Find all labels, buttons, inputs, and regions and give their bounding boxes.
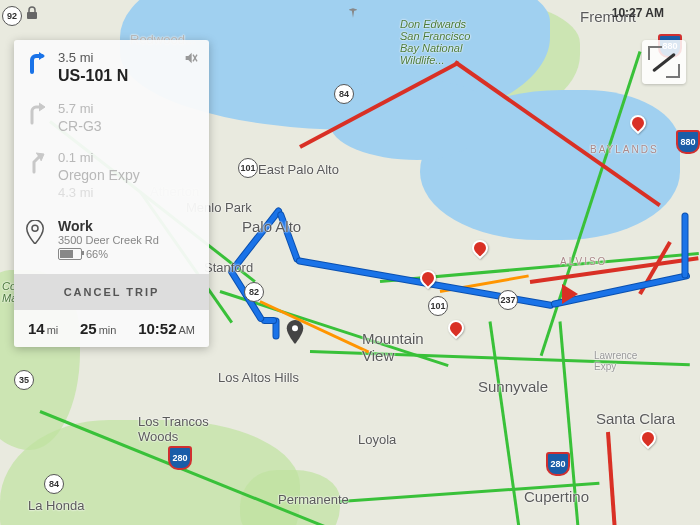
city-label: Loyola (358, 432, 396, 447)
city-label: Santa Clara (596, 410, 675, 427)
destination-name: Work (58, 218, 195, 234)
orientation-button[interactable] (642, 40, 686, 84)
battery-icon (58, 248, 82, 260)
lock-icon (26, 6, 38, 24)
step-distance: 5.7 mi (58, 101, 195, 116)
step-road: US-101 N (58, 67, 195, 85)
hwy-shield: 82 (244, 282, 264, 302)
hwy-shield: 84 (44, 474, 64, 494)
step-distance: 3.5 mi (58, 50, 195, 65)
city-label: East Palo Alto (258, 162, 339, 177)
svg-point-0 (292, 325, 298, 331)
hwy-shield: 280 (546, 452, 570, 476)
city-label: Cupertino (524, 488, 589, 505)
hwy-shield: 84 (334, 84, 354, 104)
hwy-shield: 35 (14, 370, 34, 390)
hwy-shield: 237 (498, 290, 518, 310)
svg-point-4 (32, 225, 38, 231)
turn-right-icon (24, 101, 48, 125)
park-label: Don Edwards San Francisco Bay National W… (400, 18, 470, 66)
nav-step-active: 3.5 mi US-101 N (14, 40, 209, 91)
turn-right-icon (24, 50, 48, 74)
city-label: Permanente (278, 492, 349, 507)
summary-eta: 10:52AM (138, 320, 195, 337)
city-label: Los Trancos Woods (138, 414, 209, 444)
step-road: Oregon Expy (58, 167, 195, 183)
step-distance: 0.1 mi (58, 150, 195, 165)
area-label: BAYLANDS (590, 144, 659, 155)
hwy-shield: 92 (2, 6, 22, 26)
hwy-shield: 280 (168, 446, 192, 470)
hwy-shield: 101 (428, 296, 448, 316)
nav-step: 0.1 mi Oregon Expy (14, 140, 209, 185)
hwy-shield: 101 (238, 158, 258, 178)
summary-time: 25min (80, 320, 116, 337)
hwy-shield: 880 (676, 130, 700, 154)
tesla-logo-icon (346, 6, 360, 24)
city-label: Sunnyvale (478, 378, 548, 395)
destination-address: 3500 Deer Creek Rd (58, 234, 195, 246)
status-clock: 10:27 AM (612, 6, 664, 20)
area-label: ALVISO (560, 256, 607, 267)
svg-rect-1 (27, 12, 37, 19)
city-label: Stanford (204, 260, 253, 275)
nav-step: 5.7 mi CR-G3 (14, 91, 209, 140)
summary-distance: 14mi (28, 320, 58, 337)
battery-pct: 66% (86, 248, 108, 260)
arrival-battery: 66% (58, 248, 108, 260)
destination-pin (286, 320, 304, 344)
current-location-arrow (562, 284, 578, 304)
trip-summary: 14mi 25min 10:52AM (14, 310, 209, 347)
cancel-trip-button[interactable]: CANCEL TRIP (14, 274, 209, 310)
nav-step-more: 4.3 mi (14, 185, 209, 210)
city-label: Los Altos Hills (218, 370, 299, 385)
city-label: Palo Alto (242, 218, 301, 235)
city-label: La Honda (28, 498, 84, 513)
step-road: CR-G3 (58, 118, 195, 134)
road-label: Lawrence Expy (594, 350, 637, 372)
turn-slight-right-icon (24, 150, 48, 174)
destination-block: Work 3500 Deer Creek Rd 66% (14, 210, 209, 274)
city-label: Mountain View (362, 330, 424, 364)
navigation-panel: 3.5 mi US-101 N 5.7 mi CR-G3 0.1 mi Oreg… (14, 40, 209, 347)
step-distance: 4.3 mi (58, 185, 195, 200)
pin-icon (26, 220, 44, 242)
